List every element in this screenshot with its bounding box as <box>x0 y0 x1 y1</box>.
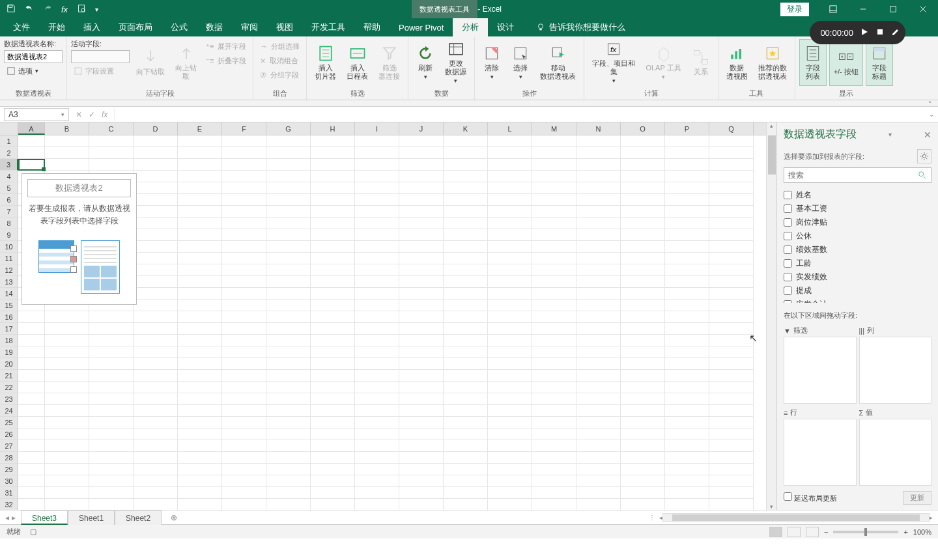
tab-layout[interactable]: 页面布局 <box>109 18 162 36</box>
cell[interactable] <box>576 194 621 206</box>
cell[interactable] <box>532 253 576 264</box>
cell[interactable] <box>621 417 665 428</box>
cell[interactable] <box>532 464 576 475</box>
cell[interactable] <box>621 288 665 300</box>
cell[interactable] <box>621 346 665 358</box>
cell[interactable] <box>444 335 488 346</box>
cell[interactable] <box>709 428 754 440</box>
field-item[interactable]: 应发合计 <box>784 298 931 303</box>
cell[interactable] <box>621 464 665 475</box>
cell[interactable] <box>45 499 89 510</box>
cell[interactable] <box>134 405 178 417</box>
row-header[interactable]: 17 <box>0 323 18 335</box>
cell[interactable] <box>222 182 266 194</box>
tab-data[interactable]: 数据 <box>197 18 232 36</box>
cell[interactable] <box>134 452 178 464</box>
cell[interactable] <box>665 276 709 288</box>
cell[interactable] <box>488 487 532 499</box>
cell[interactable] <box>18 475 45 487</box>
cell[interactable] <box>399 311 444 323</box>
col-header[interactable]: C <box>89 122 134 135</box>
tab-dev[interactable]: 开发工具 <box>302 18 354 36</box>
cell[interactable] <box>178 393 222 405</box>
cell[interactable] <box>355 393 399 405</box>
cell[interactable] <box>311 264 355 276</box>
cell[interactable] <box>178 194 222 206</box>
col-header[interactable]: D <box>134 122 178 135</box>
cell[interactable] <box>621 487 665 499</box>
cell[interactable] <box>532 206 576 217</box>
cell[interactable] <box>709 264 754 276</box>
pivot-name-input[interactable] <box>4 50 63 63</box>
field-checkbox[interactable] <box>784 259 792 268</box>
cell[interactable] <box>665 417 709 428</box>
qat-customize-icon[interactable]: ▾ <box>95 6 98 13</box>
cell[interactable] <box>355 358 399 370</box>
cell[interactable] <box>665 311 709 323</box>
cell[interactable] <box>709 335 754 346</box>
cell[interactable] <box>488 135 532 147</box>
cell[interactable] <box>355 159 399 171</box>
cell[interactable] <box>621 311 665 323</box>
cell[interactable] <box>532 382 576 393</box>
sheet-tab[interactable]: Sheet2 <box>115 511 162 525</box>
values-drop-area[interactable] <box>859 419 932 486</box>
cell[interactable] <box>266 335 311 346</box>
cell[interactable] <box>488 499 532 510</box>
cell[interactable] <box>311 405 355 417</box>
cell[interactable] <box>621 405 665 417</box>
formula-input[interactable] <box>114 108 925 121</box>
cell[interactable] <box>399 464 444 475</box>
cell[interactable] <box>399 417 444 428</box>
cell[interactable] <box>488 440 532 452</box>
cell[interactable] <box>311 382 355 393</box>
cell[interactable] <box>444 206 488 217</box>
cell[interactable] <box>266 346 311 358</box>
cell[interactable] <box>532 358 576 370</box>
cell[interactable] <box>665 147 709 159</box>
rows-drop-area[interactable] <box>784 419 857 486</box>
cell[interactable] <box>311 159 355 171</box>
cell[interactable] <box>576 346 621 358</box>
scrollbar-thumb[interactable] <box>768 135 776 175</box>
cell[interactable] <box>576 323 621 335</box>
row-header[interactable]: 23 <box>0 393 18 405</box>
cell[interactable] <box>178 182 222 194</box>
cell[interactable] <box>222 428 266 440</box>
move-button[interactable]: 移动 数据透视表 <box>536 39 580 86</box>
cell[interactable] <box>399 241 444 253</box>
cell[interactable] <box>665 382 709 393</box>
cell[interactable] <box>178 311 222 323</box>
cell[interactable] <box>488 335 532 346</box>
col-header[interactable]: J <box>399 122 444 135</box>
cell[interactable] <box>355 264 399 276</box>
cell[interactable] <box>222 393 266 405</box>
cell[interactable] <box>266 393 311 405</box>
cell[interactable] <box>178 253 222 264</box>
cell[interactable] <box>311 171 355 182</box>
filter-drop-area[interactable] <box>784 337 857 404</box>
cell[interactable] <box>266 217 311 229</box>
cell[interactable] <box>355 229 399 241</box>
cell[interactable] <box>621 452 665 464</box>
cell[interactable] <box>399 217 444 229</box>
cell[interactable] <box>488 276 532 288</box>
col-header[interactable]: F <box>222 122 266 135</box>
cell[interactable] <box>709 382 754 393</box>
cell[interactable] <box>444 475 488 487</box>
cell[interactable] <box>532 147 576 159</box>
row-header[interactable]: 21 <box>0 370 18 382</box>
cell[interactable] <box>178 300 222 311</box>
cell[interactable] <box>89 358 134 370</box>
cell[interactable] <box>399 229 444 241</box>
cell[interactable] <box>222 440 266 452</box>
cell[interactable] <box>178 499 222 510</box>
cell[interactable] <box>266 323 311 335</box>
cell[interactable] <box>399 346 444 358</box>
cell[interactable] <box>178 217 222 229</box>
cell[interactable] <box>355 335 399 346</box>
cell[interactable] <box>576 206 621 217</box>
field-item[interactable]: 绩效基数 <box>784 243 931 257</box>
cell[interactable] <box>89 159 134 171</box>
cell[interactable] <box>18 370 45 382</box>
